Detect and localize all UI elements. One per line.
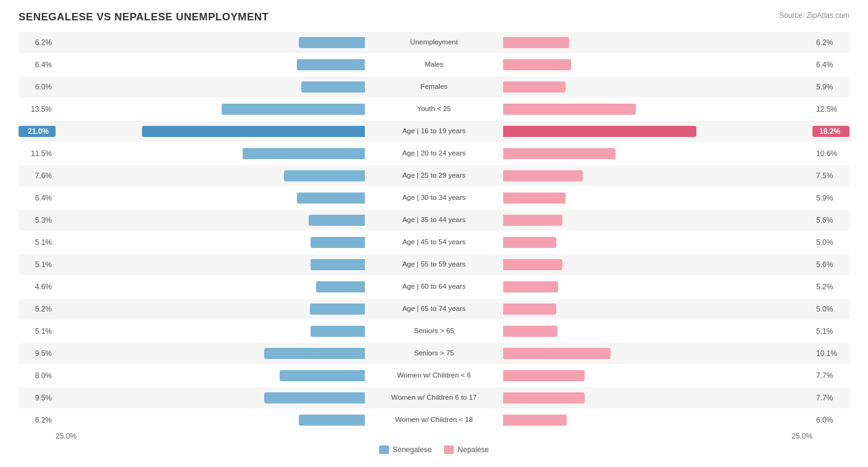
right-bar [503,281,558,292]
right-bar [503,81,565,93]
chart-row: 4.6%Age | 60 to 64 years5.2% [19,276,849,297]
row-label: Women w/ Children < 18 [366,416,502,424]
left-value: 5.2% [19,305,56,313]
left-value: 9.5% [19,394,56,402]
right-value: 6.0% [812,416,849,424]
right-bar [503,192,565,204]
left-bar [243,148,365,159]
right-value: 7.7% [812,371,849,380]
row-label: Unemployment [366,38,502,47]
left-bar [280,370,365,381]
right-bar [503,170,583,181]
row-label: Age | 25 to 29 years [366,172,502,180]
right-value: 5.2% [812,283,849,291]
right-bar-container [502,415,812,426]
right-bar [503,37,569,48]
row-label: Youth < 25 [366,105,502,114]
row-label: Age | 55 to 59 years [366,260,502,269]
right-bar [503,304,556,315]
left-value: 5.3% [19,216,56,225]
right-bar [503,148,616,159]
chart-row: 21.0%Age | 16 to 19 years18.2% [19,121,849,142]
left-value: 6.2% [19,416,56,424]
right-bar-container [502,148,812,159]
legend-nepalese-label: Nepalese [457,445,489,454]
left-value: 6.4% [19,194,56,202]
row-label: Age | 20 to 24 years [366,149,502,158]
left-value: 6.4% [19,60,56,69]
right-bar-container [502,192,812,204]
legend-nepalese-color [444,445,454,454]
right-bar [503,215,562,226]
right-bar-container [502,304,812,315]
left-value: 13.5% [19,105,56,114]
chart-row: 11.5%Age | 20 to 24 years10.6% [19,143,849,164]
legend-senegalese: Senegalese [379,445,432,454]
left-bar-container [56,259,366,270]
row-label: Age | 65 to 74 years [366,305,502,313]
chart-title: SENEGALESE VS NEPALESE UNEMPLOYMENT [19,11,269,23]
right-bar [503,326,557,337]
right-bar [503,59,571,70]
left-bar-container [56,37,366,48]
left-bar [284,170,365,181]
left-bar [297,59,365,70]
legend: Senegalese Nepalese [19,445,849,454]
left-value: 9.5% [19,349,56,358]
left-bar-container [56,326,366,337]
row-label: Age | 30 to 34 years [366,194,502,202]
legend-senegalese-label: Senegalese [393,445,432,454]
left-bar-container [56,370,366,381]
left-bar [299,37,365,48]
right-value: 6.2% [812,38,849,47]
right-value: 5.0% [812,238,849,247]
chart-container: SENEGALESE VS NEPALESE UNEMPLOYMENT Sour… [0,0,868,467]
left-bar-container [56,215,366,226]
row-label: Age | 35 to 44 years [366,216,502,225]
left-value: 6.2% [19,38,56,47]
left-bar [222,104,365,115]
left-bar-container [56,281,366,292]
right-bar [503,348,611,359]
right-value: 5.9% [812,194,849,202]
right-bar-container [502,348,812,359]
left-bar-container [56,415,366,426]
left-bar [142,126,365,137]
left-value: 5.1% [19,260,56,269]
row-label: Males [366,60,502,69]
right-bar [503,104,636,115]
right-value: 18.2% [812,126,849,137]
chart-row: 5.3%Age | 35 to 44 years5.6% [19,210,849,231]
chart-row: 9.5%Women w/ Children 6 to 177.7% [19,387,849,408]
chart-row: 9.5%Seniors > 7510.1% [19,343,849,364]
left-bar [311,326,365,337]
right-value: 7.7% [812,394,849,402]
left-value: 21.0% [19,126,56,137]
left-bar [297,192,365,204]
right-bar-container [502,326,812,337]
right-bar [503,126,696,137]
right-bar [503,237,556,248]
chart-row: 6.0%Females5.9% [19,76,849,97]
chart-row: 5.1%Seniors > 655.1% [19,321,849,342]
left-bar-container [56,148,366,159]
chart-row: 5.2%Age | 65 to 74 years5.0% [19,299,849,320]
left-bar-container [56,59,366,70]
left-value: 4.6% [19,283,56,291]
row-label: Women w/ Children 6 to 17 [366,394,502,402]
right-bar [503,370,585,381]
right-bar-container [502,104,812,115]
left-bar [264,348,365,359]
legend-senegalese-color [379,445,389,454]
right-value: 5.6% [812,216,849,225]
right-bar-container [502,281,812,292]
left-bar-container [56,81,366,93]
row-label: Seniors > 75 [366,349,502,358]
left-bar-container [56,170,366,181]
chart-row: 6.2%Women w/ Children < 186.0% [19,410,849,431]
row-label: Women w/ Children < 6 [366,371,502,380]
right-value: 12.5% [812,105,849,114]
left-bar [310,304,365,315]
legend-nepalese: Nepalese [444,445,489,454]
chart-header: SENEGALESE VS NEPALESE UNEMPLOYMENT Sour… [19,11,849,23]
